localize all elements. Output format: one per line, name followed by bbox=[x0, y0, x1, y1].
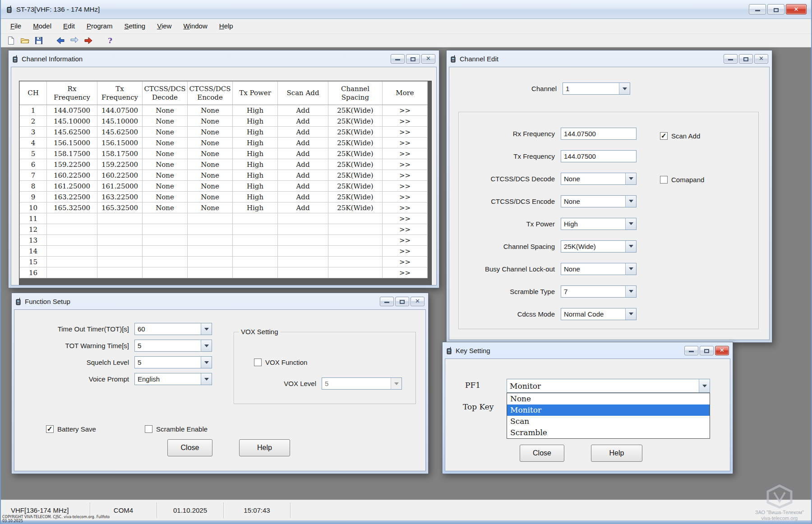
read-data-icon[interactable] bbox=[54, 35, 66, 46]
checkbox-box[interactable] bbox=[145, 425, 152, 433]
cell-more[interactable]: >> bbox=[383, 170, 428, 181]
chevron-down-icon[interactable] bbox=[625, 263, 636, 275]
help-button[interactable]: Help bbox=[239, 439, 290, 456]
cell-more[interactable]: >> bbox=[383, 116, 428, 127]
cell-more[interactable]: >> bbox=[383, 159, 428, 170]
cell-more[interactable]: >> bbox=[383, 148, 428, 159]
column-header-ch[interactable]: CH bbox=[20, 82, 47, 105]
channel-row[interactable]: 12>> bbox=[20, 224, 428, 235]
channel-row[interactable]: 11>> bbox=[20, 213, 428, 224]
channel-spacing-dropdown[interactable]: 25K(Wide) bbox=[561, 240, 637, 253]
maximize-button[interactable] bbox=[700, 346, 714, 355]
channel-row[interactable]: 14>> bbox=[20, 246, 428, 257]
help-button[interactable]: Help bbox=[591, 445, 642, 462]
channel-row[interactable]: 9163.22500163.22500NoneNoneHighAdd25K(Wi… bbox=[20, 192, 428, 202]
chevron-down-icon[interactable] bbox=[625, 308, 636, 320]
chevron-down-icon[interactable] bbox=[699, 379, 710, 392]
new-file-icon[interactable] bbox=[5, 35, 17, 46]
option-none[interactable]: None bbox=[507, 393, 710, 404]
save-file-icon[interactable] bbox=[32, 35, 45, 46]
maximize-button[interactable] bbox=[395, 297, 409, 306]
minimize-button[interactable] bbox=[724, 54, 738, 64]
close-button[interactable]: Close bbox=[167, 439, 212, 456]
transfer-data-icon[interactable] bbox=[68, 35, 80, 46]
close-button[interactable] bbox=[786, 4, 807, 14]
channel-row[interactable]: 2145.10000145.10000NoneNoneHighAdd25K(Wi… bbox=[20, 116, 428, 127]
close-button[interactable]: Close bbox=[520, 445, 564, 462]
channel-dropdown[interactable]: 1 bbox=[563, 83, 630, 95]
channel-row[interactable]: 5158.17500158.17500NoneNoneHighAdd25K(Wi… bbox=[20, 148, 428, 159]
cell-more[interactable]: >> bbox=[383, 105, 428, 116]
option-monitor[interactable]: Monitor bbox=[507, 404, 710, 416]
cell-more[interactable]: >> bbox=[383, 235, 428, 246]
window-titlebar[interactable]: Function Setup bbox=[14, 293, 426, 309]
vox-function-checkbox[interactable]: VOX Function bbox=[254, 359, 307, 366]
chevron-down-icon[interactable] bbox=[625, 173, 636, 184]
maximize-button[interactable] bbox=[406, 54, 420, 64]
cell-more[interactable]: >> bbox=[383, 202, 428, 213]
main-titlebar[interactable]: ST-73[VHF: 136 - 174 MHz] bbox=[1, 0, 811, 19]
cell-more[interactable]: >> bbox=[383, 224, 428, 235]
channel-row[interactable]: 16>> bbox=[20, 267, 428, 278]
checkbox-scan-add[interactable]: Scan Add bbox=[660, 132, 704, 140]
window-titlebar[interactable]: Channel Edit bbox=[449, 51, 770, 67]
column-header-ctcss-dcs-encode[interactable]: CTCSS/DCS Encode bbox=[188, 82, 233, 105]
menu-item-setting[interactable]: Setting bbox=[118, 19, 151, 33]
chevron-down-icon[interactable] bbox=[201, 340, 212, 351]
checkbox-box[interactable] bbox=[660, 132, 668, 140]
minimize-button[interactable] bbox=[380, 297, 394, 306]
cell-more[interactable]: >> bbox=[383, 181, 428, 192]
vox-level-dropdown[interactable]: 5 bbox=[322, 377, 402, 390]
channel-row[interactable]: 7160.22500160.22500NoneNoneHighAdd25K(Wi… bbox=[20, 170, 428, 181]
ctcss-dcs-encode-dropdown[interactable]: None bbox=[561, 195, 637, 207]
chevron-down-icon[interactable] bbox=[625, 241, 636, 252]
menu-item-window[interactable]: Window bbox=[177, 19, 213, 33]
tx-frequency-input[interactable]: 144.07500 bbox=[561, 150, 637, 162]
cdcss-mode-dropdown[interactable]: Normal Code bbox=[561, 308, 637, 320]
column-header-ctcss-dcs-decode[interactable]: CTCSS/DCS Decode bbox=[143, 82, 188, 105]
channel-row[interactable]: 3145.62500145.62500NoneNoneHighAdd25K(Wi… bbox=[20, 127, 428, 138]
menu-item-model[interactable]: Model bbox=[27, 19, 57, 33]
chevron-down-icon[interactable] bbox=[201, 357, 212, 368]
checkbox-box[interactable] bbox=[254, 359, 262, 366]
column-header-rx-frequency[interactable]: Rx Frequency bbox=[47, 82, 97, 105]
maximize-button[interactable] bbox=[739, 54, 753, 64]
minimize-button[interactable] bbox=[391, 54, 405, 64]
chevron-down-icon[interactable] bbox=[619, 83, 630, 94]
checkbox-box[interactable] bbox=[46, 425, 54, 433]
checkbox-battery-save[interactable]: Battery Save bbox=[46, 425, 96, 433]
menu-item-help[interactable]: Help bbox=[213, 19, 239, 33]
tot-warning-time-s-dropdown[interactable]: 5 bbox=[134, 340, 212, 352]
cell-more[interactable]: >> bbox=[383, 246, 428, 257]
cell-more[interactable]: >> bbox=[383, 138, 428, 148]
menu-item-edit[interactable]: Edit bbox=[57, 19, 81, 33]
chevron-down-icon[interactable] bbox=[625, 196, 636, 207]
help-icon[interactable]: ? bbox=[104, 35, 116, 46]
channel-row[interactable]: 4156.15000156.15000NoneNoneHighAdd25K(Wi… bbox=[20, 138, 428, 148]
minimize-button[interactable] bbox=[684, 346, 698, 355]
cell-more[interactable]: >> bbox=[383, 192, 428, 202]
menu-item-view[interactable]: View bbox=[151, 19, 177, 33]
write-data-icon[interactable] bbox=[82, 35, 94, 46]
tx-power-dropdown[interactable]: High bbox=[561, 218, 637, 230]
channel-row[interactable]: 8161.25000161.25000NoneNoneHighAdd25K(Wi… bbox=[20, 181, 428, 192]
cell-more[interactable]: >> bbox=[383, 213, 428, 224]
option-scan[interactable]: Scan bbox=[507, 416, 710, 427]
column-header-more[interactable]: More bbox=[383, 82, 428, 105]
option-scramble[interactable]: Scramble bbox=[507, 427, 710, 438]
window-titlebar[interactable]: Key Setting bbox=[445, 342, 730, 359]
column-header-scan-add[interactable]: Scan Add bbox=[278, 82, 328, 105]
rx-frequency-input[interactable]: 144.07500 bbox=[561, 128, 637, 140]
checkbox-box[interactable] bbox=[660, 176, 668, 184]
close-button[interactable] bbox=[715, 346, 729, 355]
menu-item-file[interactable]: File bbox=[5, 19, 27, 33]
chevron-down-icon[interactable] bbox=[201, 373, 212, 385]
chevron-down-icon[interactable] bbox=[625, 286, 636, 297]
voice-prompt-dropdown[interactable]: English bbox=[134, 373, 212, 385]
column-header-channel-spacing[interactable]: Channel Spacing bbox=[328, 82, 383, 105]
menu-item-program[interactable]: Program bbox=[81, 19, 119, 33]
channel-row[interactable]: 10165.32500165.32500NoneNoneHighAdd25K(W… bbox=[20, 202, 428, 213]
chevron-down-icon[interactable] bbox=[625, 218, 636, 230]
close-button[interactable] bbox=[411, 297, 424, 306]
pf1-dropdown[interactable]: Monitor bbox=[507, 379, 710, 393]
